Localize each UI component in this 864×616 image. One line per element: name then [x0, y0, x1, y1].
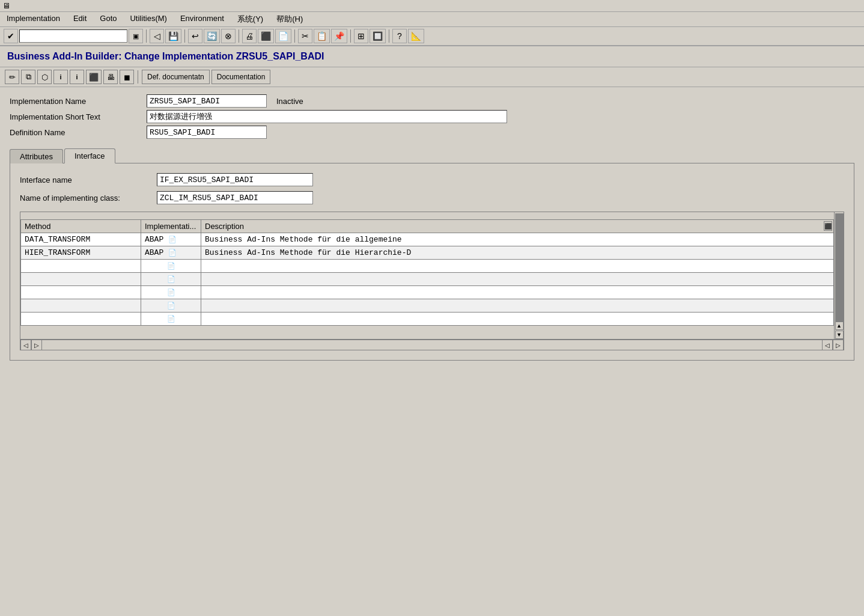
definition-name-input[interactable] — [147, 126, 267, 139]
method-cell[interactable] — [21, 286, 141, 299]
implementation-short-text-label: Implementation Short Text — [10, 112, 142, 121]
scroll-thumb[interactable] — [835, 213, 844, 322]
impl-icon-1[interactable]: 📄 — [168, 249, 177, 257]
impl-icon-0[interactable]: 📄 — [168, 236, 177, 243]
method-cell[interactable]: DATA_TRANSFORM — [21, 233, 141, 246]
info1-btn[interactable]: i — [53, 70, 68, 84]
check-button[interactable]: ✔ — [4, 29, 18, 43]
undo-button[interactable]: ↩ — [188, 29, 202, 43]
print3-button[interactable]: 📄 — [275, 29, 291, 43]
edit-btn[interactable]: ✏ — [5, 70, 19, 84]
toolbar-separator-4 — [294, 29, 295, 43]
method-cell[interactable] — [21, 260, 141, 273]
toolbar-separator-1 — [146, 29, 147, 43]
impl-cell[interactable]: 📄 — [141, 273, 201, 286]
implementation-status: Inactive — [276, 97, 303, 106]
menu-help[interactable]: 帮助(H) — [275, 13, 305, 25]
menu-implementation[interactable]: Implementation — [5, 13, 62, 25]
table-row: 📄 — [21, 286, 834, 299]
toolbar-separator-5 — [350, 29, 351, 43]
impl-cell[interactable]: 📄 — [141, 260, 201, 273]
methods-table: Method Implementati... Description ⬛ — [20, 219, 834, 326]
hscroll-left-btn[interactable]: ◁ — [20, 340, 31, 350]
implementation-name-row: Implementation Name Inactive — [10, 94, 854, 108]
tab-attributes[interactable]: Attributes — [10, 149, 63, 163]
help-button[interactable]: ? — [392, 29, 407, 43]
menu-utilities[interactable]: Utilities(M) — [128, 13, 168, 25]
toolbar-separator-2 — [184, 29, 185, 43]
menu-system[interactable]: 系统(Y) — [236, 13, 265, 25]
desc-cell — [201, 286, 834, 299]
col-description: Description ⬛ — [201, 220, 834, 233]
col-implementation: Implementati... — [141, 220, 201, 233]
col-method: Method — [21, 220, 141, 233]
menu-edit[interactable]: Edit — [71, 13, 88, 25]
title-bar: 🖥 — [0, 0, 864, 12]
impl-cell[interactable]: ABAP 📄 — [141, 246, 201, 260]
menu-environment[interactable]: Environment — [178, 13, 226, 25]
stop-button[interactable]: ⊗ — [221, 29, 236, 43]
interface-name-input[interactable] — [157, 173, 313, 186]
desc-cell — [201, 313, 834, 326]
grid2-btn[interactable]: ◼ — [120, 70, 134, 84]
col-resize-icon[interactable]: ⬛ — [824, 221, 832, 231]
scroll-down-btn[interactable]: ▼ — [835, 331, 844, 339]
interface-name-row: Interface name — [20, 173, 844, 186]
sec-toolbar-sep — [138, 70, 138, 84]
impl-cell[interactable]: 📄 — [141, 286, 201, 299]
blocks-btn[interactable]: ⬛ — [86, 70, 102, 84]
back-button[interactable]: ◁ — [150, 29, 164, 43]
method-cell[interactable]: HIER_TRANSFORM — [21, 246, 141, 260]
desc-cell — [201, 260, 834, 273]
content-area: Implementation Name Inactive Implementat… — [0, 87, 864, 368]
doc-icon-button[interactable]: ▣ — [129, 29, 143, 43]
implementing-class-input[interactable] — [157, 191, 313, 204]
definition-name-label: Definition Name — [10, 128, 142, 137]
print4-btn[interactable]: 🖶 — [103, 70, 118, 84]
copy-obj-btn[interactable]: ⧉ — [21, 70, 35, 84]
desc-cell — [201, 299, 834, 313]
implementation-short-text-input[interactable] — [147, 110, 507, 123]
secondary-toolbar: ✏ ⧉ ⬡ i i ⬛ 🖶 ◼ Def. documentatn Documen… — [0, 67, 864, 87]
scroll-up-btn[interactable]: ▲ — [835, 322, 844, 330]
desc-cell: Business Ad-Ins Methode für die allgemei… — [201, 233, 834, 246]
paste-button[interactable]: 📌 — [331, 29, 347, 43]
hscroll-right-btn[interactable]: ▷ — [31, 340, 42, 350]
object-btn[interactable]: ⬡ — [37, 70, 52, 84]
implementation-name-input[interactable] — [147, 94, 267, 108]
print-button[interactable]: 🖨 — [242, 29, 257, 43]
hscroll-track[interactable] — [42, 340, 822, 350]
command-field[interactable] — [19, 29, 127, 43]
info2-btn[interactable]: i — [70, 70, 84, 84]
save-button[interactable]: 💾 — [165, 29, 181, 43]
copy-button[interactable]: 📋 — [314, 29, 330, 43]
tab-interface[interactable]: Interface — [64, 148, 115, 163]
toolbar-separator-3 — [239, 29, 239, 43]
cut-button[interactable]: ✂ — [298, 29, 312, 43]
print2-button[interactable]: ⬛ — [258, 29, 274, 43]
method-cell[interactable] — [21, 299, 141, 313]
main-toolbar: ✔ ▣ ◁ 💾 ↩ 🔄 ⊗ 🖨 ⬛ 📄 ✂ 📋 📌 ⊞ 🔲 ? 📐 — [0, 27, 864, 46]
tab-container: Attributes Interface — [10, 148, 854, 163]
table-row: DATA_TRANSFORM ABAP 📄 Business Ad-Ins Me… — [21, 233, 834, 246]
horizontal-scrollbar: ◁ ▷ ◁ ▷ — [20, 340, 844, 350]
method-cell[interactable] — [21, 273, 141, 286]
table-row: 📄 — [21, 299, 834, 313]
hscroll-end-left-btn[interactable]: ◁ — [822, 340, 833, 350]
page-header: Business Add-In Builder: Change Implemen… — [0, 46, 864, 67]
impl-cell[interactable]: 📄 — [141, 313, 201, 326]
method-cell[interactable] — [21, 313, 141, 326]
menu-goto[interactable]: Goto — [98, 13, 118, 25]
implementation-short-text-row: Implementation Short Text — [10, 110, 854, 123]
customize-button[interactable]: 📐 — [408, 29, 424, 43]
vertical-scrollbar: ▲ ▼ — [835, 212, 844, 340]
def-documentation-btn[interactable]: Def. documentatn — [142, 70, 210, 84]
window-button[interactable]: 🔲 — [370, 29, 386, 43]
page-title: Business Add-In Builder: Change Implemen… — [7, 51, 857, 62]
impl-cell[interactable]: ABAP 📄 — [141, 233, 201, 246]
hscroll-end-right-btn[interactable]: ▷ — [833, 340, 844, 350]
documentation-btn[interactable]: Documentation — [211, 70, 271, 84]
refresh-button[interactable]: 🔄 — [204, 29, 220, 43]
grid-button[interactable]: ⊞ — [354, 29, 368, 43]
impl-cell[interactable]: 📄 — [141, 299, 201, 313]
